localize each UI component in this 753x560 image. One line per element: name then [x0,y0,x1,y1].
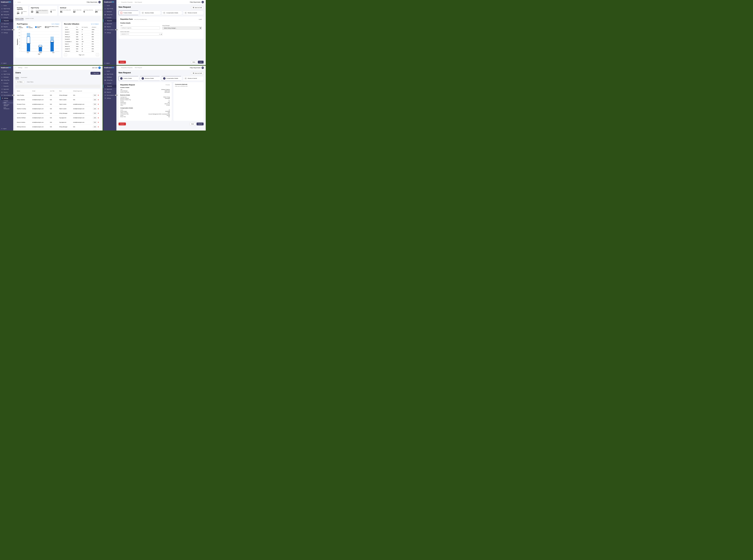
nav-home[interactable]: ⌂Home [0,4,13,7]
next-button[interactable]: Next [198,61,204,63]
nav-high-priority[interactable]: ▲High Priority [0,73,13,76]
nav-forecast[interactable]: 〜Forecast [0,82,13,85]
nav-hiring-plan[interactable]: ▦Hiring Plan [103,13,116,16]
nav-approvals[interactable]: ☑Approvals [103,22,116,25]
step-2[interactable]: Business Details [140,76,161,81]
edit-button[interactable]: Edit [93,121,97,123]
nav-forecast[interactable]: 〜Forecast [0,16,13,19]
nav-workload[interactable]: ▭Workload [0,76,13,79]
nav-reconciliation[interactable]: ⇄Reconciliation500 [0,94,13,97]
delete-icon[interactable]: 🗑 [98,108,99,109]
manager-select[interactable]: Select hiring manager... [162,26,202,29]
clear-filters-button[interactable]: Clear Filters [25,81,35,83]
table-row[interactable]: Eileen Z.Sales4255% [64,43,99,45]
discard-button[interactable]: Discard [119,61,126,63]
nav-home[interactable]: ⌂Home [103,4,116,7]
comments-input[interactable] [175,86,202,89]
step-3[interactable]: 03Compensation Details [161,11,182,15]
delete-icon[interactable]: 🗑 [98,126,99,127]
pager-prev[interactable]: ← [64,54,67,56]
tab-deactivated[interactable]: Deactivated [21,76,27,79]
submit-button[interactable]: Submit [197,122,204,125]
nav-forecast[interactable]: 〜Forecast [103,82,116,85]
user-menu[interactable]: Patty MayonnaisePM [86,1,101,3]
goto-link[interactable]: Go To <Feature> [91,23,99,24]
logout-button[interactable]: ⎋Logout [0,127,13,131]
nav-reconciliation[interactable]: ⇄Reconciliation500 [103,94,116,97]
step-2[interactable]: 02Business Details [140,11,161,15]
nav-high-priority[interactable]: ▲High Priority [103,7,116,10]
pager-next[interactable]: → [96,54,99,56]
table-row[interactable]: Marcus M.Sales3355% [64,45,99,48]
logout-button[interactable]: ⎋Logout [103,61,116,65]
edit-button[interactable]: Edit [93,126,97,128]
save-draft-button[interactable]: 🖫Save As Draft [191,6,204,9]
preview-link[interactable]: Preview [166,84,170,85]
calendar-icon[interactable]: ▦ [161,34,162,35]
delete-icon[interactable]: 🗑 [98,117,99,118]
edit-button[interactable]: Edit [93,94,97,96]
nav-approvals[interactable]: ☑Approvals [0,88,13,91]
nav-workload[interactable]: ▭Workload [103,76,116,79]
home-icon[interactable]: ⌂ [15,1,17,3]
nav-reconciliation[interactable]: ⇄Reconciliation500 [0,28,13,31]
nav-approvals[interactable]: ☑Approvals [0,22,13,25]
home-icon[interactable]: ⌂ [118,1,119,3]
delete-icon[interactable]: 🗑 [98,113,99,114]
table-row[interactable]: Whitney M.G&A1280% [64,36,99,38]
edit-button[interactable]: Edit [93,99,97,101]
table-row[interactable]: Sandra H.Sales790% [64,31,99,33]
nav-reports[interactable]: ▥Reports [103,25,116,28]
nav-hiring-plan[interactable]: ▦Hiring Plan [0,79,13,82]
nav-requests[interactable]: ＋Requests [103,19,116,22]
nav-form-perms[interactable]: Form Permissions [2,107,13,110]
table-row[interactable]: Gertrude F.Tech1055% [64,50,99,53]
step-3[interactable]: Compensation Details [161,76,182,81]
table-row[interactable]: Jamal H.Tech10100% [64,28,99,31]
nav-workload[interactable]: ▭Workload [0,10,13,13]
nav-talent-team[interactable]: Talent Team Structure [2,104,13,107]
nav-users[interactable]: Users [2,102,13,104]
delete-icon[interactable]: 🗑 [98,104,99,105]
nav-settings[interactable]: ⚙Settings [0,97,13,100]
table-row[interactable]: Joseph W.G&A2055% [64,48,99,50]
nav-approvals[interactable]: ☑Approvals [103,88,116,91]
nav-requests[interactable]: ＋Requests [103,85,116,88]
step-1[interactable]: 01Position Details [119,11,139,15]
nav-workload[interactable]: ▭Workload [103,10,116,13]
nav-reports[interactable]: ▥Reports [0,91,13,94]
table-row[interactable]: Elwood J.G&A4080% [64,33,99,36]
clear-icon[interactable]: ⊘ [159,34,160,35]
nav-hiring-plan[interactable]: ▦Hiring Plan [0,13,13,16]
save-draft-button[interactable]: 🖫Save As Draft [191,72,204,75]
logout-button[interactable]: ⎋Logout [0,61,13,65]
nav-settings[interactable]: ⚙Settings [0,31,13,34]
user-menu[interactable]: Patty MayonnaisePM [190,1,204,3]
user-menu[interactable]: Joe CoolJC [92,66,101,69]
nav-reports[interactable]: ▥Reports [0,25,13,28]
delete-icon[interactable]: 🗑 [98,99,99,100]
edit-button[interactable]: Edit [93,112,97,114]
step-4[interactable]: 04Review & Submit [183,76,204,81]
home-icon[interactable]: ⌂ [118,67,119,68]
goto-link[interactable]: Go To <Feature> [52,23,59,24]
tab-active[interactable]: Active [15,76,19,79]
delete-icon[interactable]: 🗑 [98,122,99,123]
user-menu[interactable]: Patty MayonnaisePM [190,66,204,69]
nav-requests[interactable]: ＋Requests [0,85,13,88]
date-input[interactable] [120,33,162,36]
nav-high-priority[interactable]: ▲High Priority [103,73,116,76]
nav-reports[interactable]: ▥Reports [103,91,116,94]
nav-settings[interactable]: ⚙Settings [103,97,116,100]
nav-requests[interactable]: ＋Requests [0,19,13,22]
step-1[interactable]: Position Details [119,76,139,81]
nav-home[interactable]: ⌂Home [0,70,13,73]
delete-icon[interactable]: 🗑 [98,95,99,96]
edit-button[interactable]: Edit [93,117,97,119]
new-user-button[interactable]: +New User [91,72,100,75]
back-button[interactable]: Back [191,61,197,63]
tab-qtd[interactable]: Quarter to Date [25,17,34,20]
discard-button[interactable]: Discard [119,122,126,125]
back-button[interactable]: Back [190,122,196,125]
filters-button[interactable]: ▾0 Filters [15,81,24,83]
